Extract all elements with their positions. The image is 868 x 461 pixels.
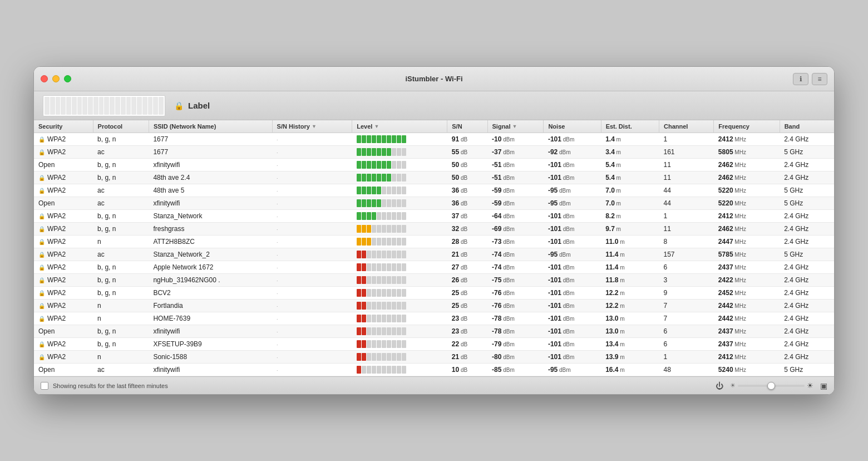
network-table-container[interactable]: Security Protocol SSID (Network Name) S/… bbox=[34, 120, 834, 376]
window-title: iStumbler - Wi-Fi bbox=[405, 75, 462, 83]
col-signal[interactable]: Signal ▼ bbox=[487, 120, 544, 133]
cell-level bbox=[352, 133, 447, 146]
table-row[interactable]: 🔒WPA2nSonic-1588·21 dB-80 dBm-101 dBm13.… bbox=[34, 351, 834, 364]
cell-snhistory: · bbox=[272, 248, 352, 261]
cell-ssid: 1677 bbox=[149, 146, 272, 159]
brightness-slider[interactable]: ☀ ☀ bbox=[730, 381, 813, 390]
col-sn[interactable]: S/N bbox=[447, 120, 487, 133]
lock-icon: 🔒 bbox=[38, 277, 45, 283]
cell-sn: 50 dB bbox=[447, 159, 487, 171]
cell-level bbox=[352, 261, 447, 274]
cell-protocol: b, g, n bbox=[93, 133, 149, 146]
cell-level bbox=[352, 223, 447, 236]
col-estdist[interactable]: Est. Dist. bbox=[601, 120, 659, 133]
cell-protocol: b, g, n bbox=[93, 338, 149, 351]
cell-estdist: 12.2 m bbox=[601, 287, 659, 300]
table-row[interactable]: Openacxfinitywifi·36 dB-59 dBm-95 dBm7.0… bbox=[34, 197, 834, 210]
display-icon[interactable]: ▣ bbox=[820, 381, 827, 390]
cell-band: 2.4 GHz bbox=[780, 261, 834, 274]
cell-channel: 44 bbox=[659, 197, 713, 210]
cell-snhistory: · bbox=[272, 159, 352, 171]
table-row[interactable]: 🔒WPA2ac1677·55 dB-37 dBm-92 dBm3.4 m1615… bbox=[34, 146, 834, 159]
list-button[interactable]: ≡ bbox=[812, 73, 827, 85]
close-button[interactable] bbox=[41, 75, 48, 82]
power-icon[interactable]: ⏻ bbox=[716, 381, 723, 390]
cell-noise: -101 dBm bbox=[544, 261, 601, 274]
col-snhistory[interactable]: S/N History ▼ bbox=[272, 120, 352, 133]
cell-protocol: n bbox=[93, 351, 149, 364]
table-row[interactable]: 🔒WPA2acStanza_Network_2·21 dB-74 dBm-95 … bbox=[34, 248, 834, 261]
table-row[interactable]: 🔒WPA2b, g, nngHub_319462NG00 .·26 dB-75 … bbox=[34, 274, 834, 287]
cell-protocol: ac bbox=[93, 364, 149, 376]
table-row[interactable]: 🔒WPA2b, g, nBCV2·25 dB-76 dBm-101 dBm12.… bbox=[34, 287, 834, 300]
cell-band: 2.4 GHz bbox=[780, 223, 834, 236]
cell-security: Open bbox=[34, 159, 93, 171]
cell-channel: 11 bbox=[659, 171, 713, 184]
cell-snhistory: · bbox=[272, 197, 352, 210]
col-protocol[interactable]: Protocol bbox=[93, 120, 149, 133]
cell-frequency: 5220 MHz bbox=[714, 197, 780, 210]
col-level[interactable]: Level ▼ bbox=[352, 120, 447, 133]
cell-level bbox=[352, 159, 447, 171]
cell-frequency: 2412 MHz bbox=[714, 210, 780, 223]
cell-estdist: 9.7 m bbox=[601, 223, 659, 236]
cell-estdist: 11.0 m bbox=[601, 236, 659, 248]
col-noise[interactable]: Noise bbox=[544, 120, 601, 133]
cell-channel: 44 bbox=[659, 184, 713, 197]
cell-sn: 22 dB bbox=[447, 338, 487, 351]
col-band[interactable]: Band bbox=[780, 120, 834, 133]
table-row[interactable]: 🔒WPA2b, g, nXFSETUP-39B9·22 dB-79 dBm-10… bbox=[34, 338, 834, 351]
cell-channel: 6 bbox=[659, 338, 713, 351]
cell-band: 2.4 GHz bbox=[780, 133, 834, 146]
table-row[interactable]: 🔒WPA2ac48th ave 5·36 dB-59 dBm-95 dBm7.0… bbox=[34, 184, 834, 197]
cell-sn: 10 dB bbox=[447, 364, 487, 376]
cell-ssid: Apple Network 1672 bbox=[149, 261, 272, 274]
col-security[interactable]: Security bbox=[34, 120, 93, 133]
minimize-button[interactable] bbox=[52, 75, 60, 82]
cell-protocol: ac bbox=[93, 146, 149, 159]
cell-frequency: 5785 MHz bbox=[714, 248, 780, 261]
lock-icon: 🔒 bbox=[38, 239, 45, 245]
lock-icon: 🔒 bbox=[38, 213, 45, 219]
cell-security: Open bbox=[34, 364, 93, 376]
lock-icon: 🔒 bbox=[38, 341, 45, 347]
cell-channel: 161 bbox=[659, 146, 713, 159]
status-checkbox[interactable] bbox=[41, 382, 48, 390]
table-row[interactable]: 🔒WPA2b, g, nApple Network 1672·27 dB-74 … bbox=[34, 261, 834, 274]
cell-band: 2.4 GHz bbox=[780, 210, 834, 223]
table-row[interactable]: 🔒WPA2nFortlandia·25 dB-76 dBm-101 dBm12.… bbox=[34, 300, 834, 312]
cell-level bbox=[352, 184, 447, 197]
table-row[interactable]: Openb, g, nxfinitywifi·23 dB-78 dBm-101 … bbox=[34, 325, 834, 338]
cell-estdist: 13.4 m bbox=[601, 338, 659, 351]
maximize-button[interactable] bbox=[64, 75, 71, 82]
table-row[interactable]: 🔒WPA2b, g, nStanza_Network·37 dB-64 dBm-… bbox=[34, 210, 834, 223]
cell-security: 🔒WPA2 bbox=[34, 184, 93, 197]
cell-sn: 91 dB bbox=[447, 133, 487, 146]
table-row[interactable]: Openacxfinitywifi·10 dB-85 dBm-95 dBm16.… bbox=[34, 364, 834, 376]
cell-noise: -101 dBm bbox=[544, 236, 601, 248]
cell-sn: 36 dB bbox=[447, 197, 487, 210]
cell-band: 2.4 GHz bbox=[780, 338, 834, 351]
col-channel[interactable]: Channel bbox=[659, 120, 713, 133]
cell-noise: -92 dBm bbox=[544, 146, 601, 159]
col-ssid[interactable]: SSID (Network Name) bbox=[149, 120, 272, 133]
cell-ssid: xfinitywifi bbox=[149, 325, 272, 338]
table-row[interactable]: 🔒WPA2nATT2H8B8ZC·28 dB-73 dBm-101 dBm11.… bbox=[34, 236, 834, 248]
table-row[interactable]: 🔒WPA2b, g, n1677·91 dB-10 dBm-101 dBm1.4… bbox=[34, 133, 834, 146]
table-row[interactable]: 🔒WPA2nHOME-7639·23 dB-78 dBm-101 dBm13.0… bbox=[34, 312, 834, 325]
cell-sn: 25 dB bbox=[447, 287, 487, 300]
titlebar-actions: ℹ ≡ bbox=[793, 73, 827, 85]
table-row[interactable]: 🔒WPA2b, g, nfreshgrass·32 dB-69 dBm-101 … bbox=[34, 223, 834, 236]
cell-ssid: 48th ave 2.4 bbox=[149, 171, 272, 184]
cell-snhistory: · bbox=[272, 146, 352, 159]
col-frequency[interactable]: Frequency bbox=[714, 120, 780, 133]
table-row[interactable]: 🔒WPA2b, g, n48th ave 2.4·50 dB-51 dBm-10… bbox=[34, 171, 834, 184]
cell-level bbox=[352, 300, 447, 312]
cell-signal: -69 dBm bbox=[487, 223, 544, 236]
table-row[interactable]: Openb, g, nxfinitywifi·50 dB-51 dBm-101 … bbox=[34, 159, 834, 171]
statusbar: Showing results for the last fifteen min… bbox=[34, 376, 834, 394]
cell-sn: 36 dB bbox=[447, 184, 487, 197]
cell-snhistory: · bbox=[272, 351, 352, 364]
info-button[interactable]: ℹ bbox=[793, 73, 808, 85]
status-left: Showing results for the last fifteen min… bbox=[41, 382, 168, 390]
